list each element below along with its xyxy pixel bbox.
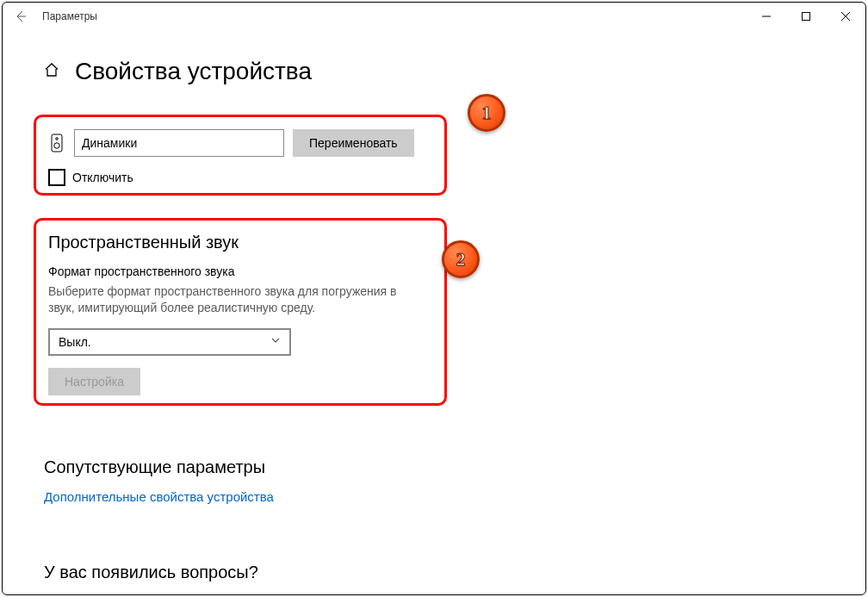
back-button[interactable] <box>3 3 39 30</box>
page-header: Свойства устройства <box>44 58 824 85</box>
close-button[interactable] <box>826 3 865 30</box>
maximize-button[interactable] <box>786 3 826 30</box>
device-name-input[interactable] <box>74 129 284 157</box>
callout-2: 2 <box>442 240 480 278</box>
home-icon[interactable] <box>44 62 59 81</box>
minimize-button[interactable] <box>747 3 786 30</box>
svg-rect-0 <box>803 13 810 21</box>
additional-properties-link[interactable]: Дополнительные свойства устройства <box>44 489 274 504</box>
chevron-down-icon <box>270 335 281 348</box>
spatial-format-label: Формат пространственного звука <box>48 264 432 278</box>
settings-window: Параметры Свойства устройства <box>2 2 866 595</box>
spatial-format-value: Выкл. <box>59 335 91 349</box>
arrow-left-icon <box>14 9 28 23</box>
highlight-box-device: Переименовать Отключить <box>34 115 447 196</box>
spatial-description: Выберите формат пространственного звука … <box>48 283 418 316</box>
titlebar: Параметры <box>3 3 865 30</box>
window-controls <box>747 3 865 30</box>
svg-point-2 <box>54 143 59 148</box>
callout-number: 1 <box>482 102 492 124</box>
configure-button[interactable]: Настройка <box>48 368 140 395</box>
minimize-icon <box>762 12 771 21</box>
svg-point-3 <box>56 138 59 140</box>
spatial-format-select[interactable]: Выкл. <box>48 328 291 356</box>
content-area: Свойства устройства Переименовать Отключ… <box>3 30 865 594</box>
disable-checkbox[interactable] <box>48 169 65 186</box>
callout-1: 1 <box>468 94 505 132</box>
related-heading: Сопутствующие параметры <box>44 457 274 477</box>
rename-button[interactable]: Переименовать <box>293 129 414 157</box>
help-heading: У вас появились вопросы? <box>44 563 258 582</box>
disable-row: Отключить <box>48 169 432 186</box>
close-icon <box>841 12 850 21</box>
callout-number: 2 <box>456 248 466 271</box>
highlight-box-spatial: Пространственный звук Формат пространств… <box>34 218 447 406</box>
page-title: Свойства устройства <box>75 58 312 85</box>
device-row: Переименовать <box>48 129 432 157</box>
window-title: Параметры <box>39 10 97 22</box>
speaker-icon <box>48 134 65 152</box>
disable-label: Отключить <box>72 171 133 184</box>
related-section: Сопутствующие параметры Дополнительные с… <box>44 457 274 505</box>
maximize-icon <box>802 12 810 21</box>
spatial-heading: Пространственный звук <box>48 233 432 252</box>
help-section: У вас появились вопросы? <box>44 563 258 582</box>
